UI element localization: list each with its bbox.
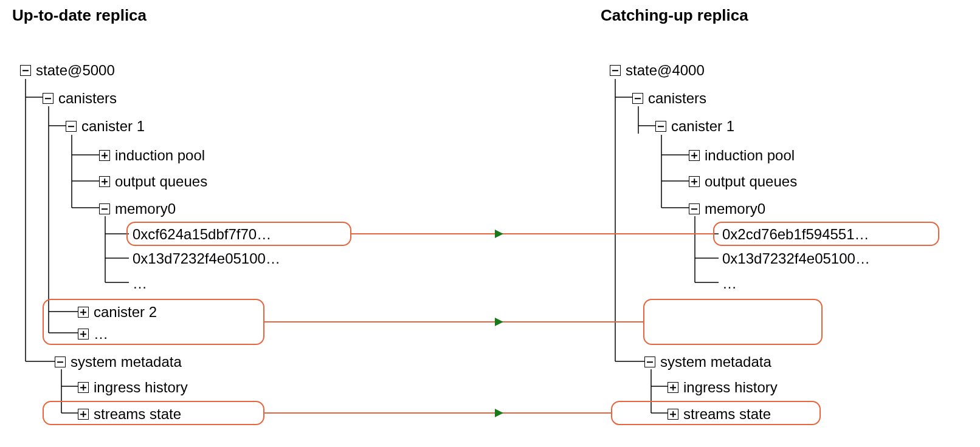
left-output-queues: output queues [99,173,207,190]
expand-plus-icon [78,329,89,340]
right-title: Catching-up replica [601,6,748,25]
expand-minus-icon [43,93,53,104]
svg-marker-0 [495,230,503,238]
expand-minus-icon [66,121,77,132]
label: system metadata [71,353,182,370]
label: canister 1 [671,118,734,135]
label: … [94,326,108,343]
left-induction-pool: induction pool [99,147,205,164]
right-canisters: canisters [632,90,706,107]
expand-plus-icon [668,409,678,420]
expand-plus-icon [78,409,89,420]
label: streams state [94,406,181,423]
expand-plus-icon [78,382,89,393]
right-hash2: 0x13d7232f4e05100… [722,250,870,267]
label: memory0 [115,200,176,217]
expand-minus-icon [632,93,643,104]
right-root: state@4000 [610,62,705,79]
right-canister1: canister 1 [655,118,734,135]
label: ingress history [94,379,188,396]
expand-minus-icon [644,357,655,367]
label: output queues [115,173,207,190]
left-canisters: canisters [43,90,117,107]
left-hash1: 0xcf624a15dbf7f70… [133,226,271,243]
label: ingress history [683,379,778,396]
expand-plus-icon [99,150,110,161]
expand-minus-icon [99,203,110,214]
expand-minus-icon [689,203,700,214]
left-root: state@5000 [20,62,115,79]
expand-plus-icon [668,382,678,393]
left-title: Up-to-date replica [12,6,147,25]
label: canisters [58,90,117,107]
expand-minus-icon [20,65,31,76]
left-canister1: canister 1 [66,118,145,135]
label: … [722,275,737,292]
left-hash2: 0x13d7232f4e05100… [133,250,280,267]
left-ingress-history: ingress history [78,379,188,396]
label: canister 2 [94,304,157,321]
left-streams-state: streams state [78,406,181,423]
right-ingress-history: ingress history [668,379,778,396]
label: induction pool [705,147,795,164]
expand-plus-icon [99,176,110,187]
svg-marker-1 [495,318,503,326]
label: induction pool [115,147,205,164]
label: 0xcf624a15dbf7f70… [133,226,271,243]
label: streams state [683,406,771,423]
left-canister2: canister 2 [78,304,157,321]
expand-minus-icon [610,65,621,76]
right-system-metadata: system metadata [644,353,771,370]
label: 0x2cd76eb1f594551… [722,226,869,243]
label: canisters [648,90,706,107]
svg-marker-2 [495,409,503,417]
label: system metadata [660,353,771,370]
label: output queues [705,173,797,190]
left-hash-dots: … [133,275,147,292]
label: canister 1 [81,118,145,135]
expand-minus-icon [655,121,666,132]
left-system-metadata: system metadata [55,353,182,370]
label: 0x13d7232f4e05100… [133,250,280,267]
label: memory0 [705,200,765,217]
right-memory0: memory0 [689,200,765,217]
left-memory0: memory0 [99,200,176,217]
expand-plus-icon [689,150,700,161]
right-hash-dots: … [722,275,737,292]
label: state@4000 [626,62,705,79]
right-output-queues: output queues [689,173,797,190]
label: … [133,275,147,292]
label: state@5000 [36,62,115,79]
left-canister-dots: … [78,326,108,343]
right-induction-pool: induction pool [689,147,795,164]
right-hash1: 0x2cd76eb1f594551… [722,226,869,243]
expand-plus-icon [78,307,89,318]
expand-minus-icon [55,357,66,367]
expand-plus-icon [689,176,700,187]
right-streams-state: streams state [668,406,771,423]
label: 0x13d7232f4e05100… [722,250,870,267]
highlight-right-empty [643,299,823,345]
